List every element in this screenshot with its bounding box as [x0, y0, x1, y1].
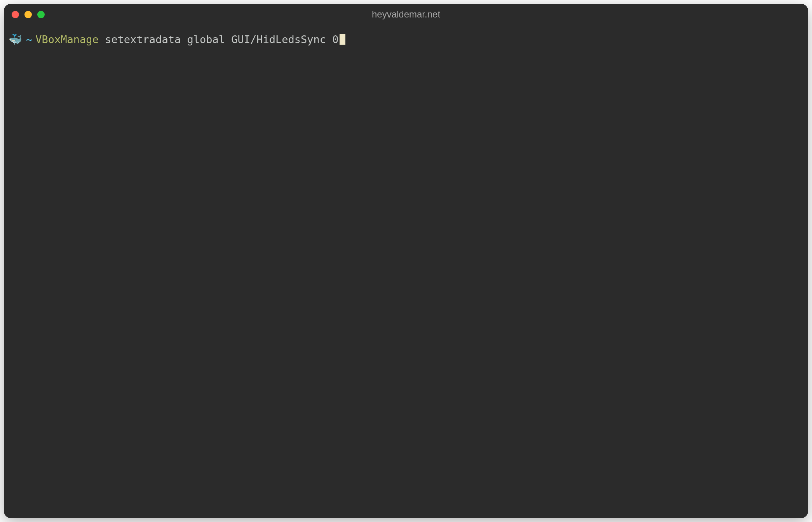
close-icon[interactable] — [12, 11, 19, 18]
whale-icon: 🐳 — [9, 32, 22, 47]
command-executable: VBoxManage — [35, 32, 99, 47]
titlebar: heyvaldemar.net — [4, 4, 808, 25]
traffic-lights — [12, 11, 45, 18]
minimize-icon[interactable] — [24, 11, 32, 18]
terminal-body[interactable]: 🐳 ~ VBoxManage setextradata global GUI/H… — [4, 25, 808, 518]
command-args: setextradata global GUI/HidLedsSync 0 — [99, 32, 339, 47]
maximize-icon[interactable] — [37, 11, 45, 18]
prompt-path: ~ — [26, 32, 32, 47]
terminal-window: heyvaldemar.net 🐳 ~ VBoxManage setextrad… — [4, 4, 808, 518]
window-title: heyvaldemar.net — [372, 9, 440, 20]
cursor-icon — [340, 34, 345, 45]
prompt-line: 🐳 ~ VBoxManage setextradata global GUI/H… — [9, 32, 803, 47]
